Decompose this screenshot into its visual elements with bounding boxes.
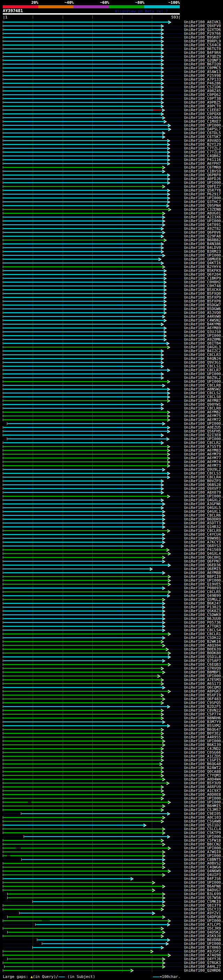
alignment-bar[interactable] xyxy=(3,641,161,642)
alignment-bar[interactable] xyxy=(3,64,161,65)
alignment-bar[interactable] xyxy=(3,289,164,290)
alignment-bar[interactable] xyxy=(3,542,162,542)
alignment-bar[interactable] xyxy=(3,679,161,680)
alignment-bar[interactable] xyxy=(3,786,161,788)
alignment-bar[interactable] xyxy=(3,415,167,417)
alignment-bar[interactable] xyxy=(3,33,161,34)
alignment-bar[interactable] xyxy=(3,110,162,111)
alignment-bar[interactable] xyxy=(8,916,162,918)
alignment-bar[interactable] xyxy=(3,155,167,156)
alignment-bar[interactable] xyxy=(31,802,168,803)
alignment-bar[interactable] xyxy=(3,205,167,206)
alignment-bar[interactable] xyxy=(3,737,161,738)
alignment-bar[interactable] xyxy=(3,775,161,776)
alignment-bar[interactable] xyxy=(3,511,162,512)
alignment-bar[interactable] xyxy=(3,928,161,929)
alignment-bar[interactable] xyxy=(153,110,162,111)
alignment-bar[interactable] xyxy=(22,859,162,860)
alignment-bar[interactable] xyxy=(3,140,167,141)
alignment-bar[interactable] xyxy=(3,434,161,436)
alignment-bar[interactable] xyxy=(3,385,162,386)
alignment-bar[interactable] xyxy=(3,259,159,260)
alignment-bar[interactable] xyxy=(3,882,152,883)
alignment-bar[interactable] xyxy=(3,790,161,791)
alignment-bar[interactable] xyxy=(3,771,161,772)
alignment-bar[interactable] xyxy=(3,148,167,149)
alignment-bar[interactable] xyxy=(3,557,162,558)
alignment-bar[interactable] xyxy=(3,710,161,711)
alignment-bar[interactable] xyxy=(3,863,162,864)
alignment-bar[interactable] xyxy=(3,324,161,325)
alignment-bar[interactable] xyxy=(3,159,167,160)
alignment-bar[interactable] xyxy=(3,603,162,604)
alignment-bar[interactable] xyxy=(3,935,161,937)
alignment-bar[interactable] xyxy=(3,431,167,432)
alignment-bar[interactable] xyxy=(3,622,162,623)
alignment-bar[interactable] xyxy=(3,522,162,523)
alignment-bar[interactable] xyxy=(3,886,162,887)
alignment-bar[interactable] xyxy=(3,500,161,501)
alignment-bar[interactable] xyxy=(3,442,161,443)
alignment-bar[interactable] xyxy=(3,98,161,99)
alignment-bar[interactable] xyxy=(3,538,162,539)
alignment-bar[interactable] xyxy=(3,821,161,822)
alignment-bar[interactable] xyxy=(3,304,164,305)
alignment-bar[interactable] xyxy=(3,519,162,520)
alignment-bar[interactable] xyxy=(3,530,167,531)
alignment-bar[interactable] xyxy=(3,844,162,845)
alignment-bar[interactable] xyxy=(3,347,167,348)
alignment-bar[interactable] xyxy=(3,358,161,359)
alignment-bar[interactable] xyxy=(3,561,162,562)
alignment-bar[interactable] xyxy=(3,878,131,879)
alignment-bar[interactable] xyxy=(3,389,167,390)
alignment-bar[interactable] xyxy=(8,897,162,898)
alignment-bar[interactable] xyxy=(3,698,162,700)
alignment-bar[interactable] xyxy=(3,607,162,608)
alignment-bar[interactable] xyxy=(20,913,152,913)
alignment-bar[interactable] xyxy=(3,461,167,462)
alignment-bar[interactable] xyxy=(3,870,168,872)
alignment-bar[interactable] xyxy=(3,817,162,818)
alignment-bar[interactable] xyxy=(3,266,162,267)
alignment-bar[interactable] xyxy=(3,60,161,61)
alignment-bar[interactable] xyxy=(3,794,162,795)
alignment-bar[interactable] xyxy=(3,282,164,283)
alignment-bar[interactable] xyxy=(3,201,167,202)
alignment-bar[interactable] xyxy=(3,129,168,130)
alignment-bar[interactable] xyxy=(3,331,164,332)
alignment-bar[interactable] xyxy=(8,438,167,439)
alignment-bar[interactable] xyxy=(3,905,162,906)
alignment-bar[interactable] xyxy=(3,970,131,971)
alignment-bar[interactable] xyxy=(3,25,161,26)
alignment-bar[interactable] xyxy=(3,48,161,49)
alignment-bar[interactable] xyxy=(3,760,161,760)
alignment-bar[interactable] xyxy=(3,37,161,38)
alignment-bar[interactable] xyxy=(3,955,168,956)
alignment-bar[interactable] xyxy=(10,855,162,856)
alignment-bar[interactable] xyxy=(3,572,162,573)
alignment-bar[interactable] xyxy=(3,652,168,654)
alignment-bar[interactable] xyxy=(3,144,167,145)
alignment-bar[interactable] xyxy=(3,802,28,803)
alignment-bar[interactable] xyxy=(3,278,164,279)
alignment-bar[interactable] xyxy=(43,943,166,944)
alignment-bar[interactable] xyxy=(3,335,164,336)
alignment-bar[interactable] xyxy=(3,132,162,134)
alignment-bar[interactable] xyxy=(3,676,157,676)
alignment-bar[interactable] xyxy=(3,412,167,413)
alignment-bar[interactable] xyxy=(3,591,168,592)
alignment-bar[interactable] xyxy=(3,660,162,661)
alignment-bar[interactable] xyxy=(3,764,160,764)
alignment-bar[interactable] xyxy=(3,362,161,363)
alignment-bar[interactable] xyxy=(3,779,162,780)
alignment-bar[interactable] xyxy=(3,136,162,137)
alignment-bar[interactable] xyxy=(3,568,150,570)
alignment-bar[interactable] xyxy=(3,377,161,378)
alignment-bar[interactable] xyxy=(3,488,161,489)
alignment-bar[interactable] xyxy=(3,190,167,191)
alignment-bar[interactable] xyxy=(3,611,162,611)
alignment-bar[interactable] xyxy=(3,167,162,168)
alignment-bar[interactable] xyxy=(3,829,162,829)
alignment-bar[interactable] xyxy=(3,446,167,447)
alignment-bar[interactable] xyxy=(38,939,167,940)
